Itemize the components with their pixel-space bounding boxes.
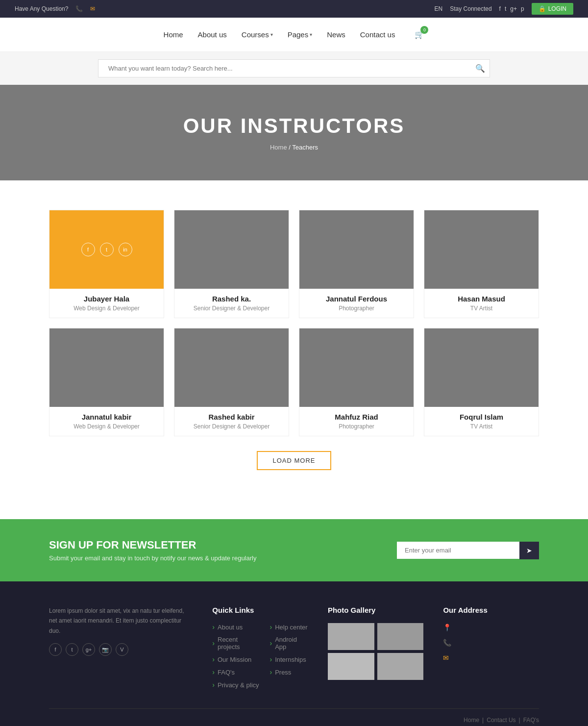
- instructor-info-1: Jubayer Hala Web Design & Developer: [49, 289, 164, 318]
- email-icon: ✉: [90, 5, 95, 12]
- footer-link-about[interactable]: About us: [212, 623, 260, 631]
- instructor-role-3: Photographer: [305, 305, 408, 312]
- search-container: 🔍: [98, 59, 490, 77]
- instructor-card-1[interactable]: f t in Jubayer Hala Web Design & Develop…: [49, 210, 164, 318]
- nav-news[interactable]: News: [327, 28, 345, 41]
- load-more-container: LOAD MORE: [49, 451, 539, 490]
- newsletter-section: SIGN UP FOR NEWSLETTER Submit your email…: [0, 519, 588, 581]
- twitter-icon[interactable]: t: [505, 5, 506, 12]
- footer-link-privacy[interactable]: Privacy & plicy: [212, 681, 260, 689]
- instructor-card-7[interactable]: Mahfuz Riad Photographer: [299, 328, 414, 436]
- phone-icon: 📞: [75, 5, 83, 12]
- nav-pages[interactable]: Pages ▾: [288, 28, 313, 41]
- footer-links-col1: About us Recent projects Our Mission FAQ…: [212, 623, 260, 694]
- footer-about-col: Lorem ipsum dolor sit amet, vix an natu …: [49, 606, 193, 694]
- hero-title: OUR INSTRUCTORS: [15, 114, 573, 138]
- footer-links-col2: Help center Android App Internships Pres…: [270, 623, 308, 694]
- footer-link-internships[interactable]: Internships: [270, 655, 308, 663]
- top-bar-right: EN Stay Connected f t g+ p 🔒 LOGIN: [435, 3, 573, 15]
- instructor-card-3[interactable]: Jannatul Ferdous Photographer: [299, 210, 414, 318]
- instructor-name-2: Rashed ka.: [180, 295, 283, 303]
- instructor-role-6: Senior Designer & Developer: [180, 423, 283, 430]
- instructor-img-1: f t in: [49, 210, 164, 289]
- footer-link-faq[interactable]: FAQ's: [212, 668, 260, 676]
- newsletter-right: ➤: [397, 542, 539, 559]
- instructor-name-6: Rashed kabir: [180, 413, 283, 421]
- nav-home[interactable]: Home: [164, 28, 183, 41]
- gallery-thumb-4[interactable]: [377, 653, 424, 680]
- footer-link-android[interactable]: Android App: [270, 636, 308, 651]
- instructor-role-7: Photographer: [305, 423, 408, 430]
- instructor-img-7: [299, 328, 414, 407]
- footer-gallery-col: Photo Gallery: [328, 606, 424, 694]
- footer-bottom-sep1: |: [482, 717, 484, 724]
- instructor-card-2[interactable]: Rashed ka. Senior Designer & Developer: [174, 210, 289, 318]
- footer-bottom-home[interactable]: Home: [464, 717, 479, 724]
- gallery-thumb-2[interactable]: [377, 623, 424, 650]
- newsletter-email-input[interactable]: [397, 542, 519, 559]
- footer-link-recent-projects[interactable]: Recent projects: [212, 636, 260, 651]
- instructor-card-4[interactable]: Hasan Masud TV Artist: [424, 210, 539, 318]
- login-label: LOGIN: [548, 5, 566, 12]
- facebook-social-icon[interactable]: f: [81, 243, 95, 256]
- footer-bottom-contact[interactable]: Contact Us: [487, 717, 515, 724]
- stay-connected-text: Stay Connected: [450, 5, 491, 12]
- nav-about[interactable]: About us: [198, 28, 227, 41]
- address-email: ✉: [443, 653, 539, 662]
- footer-googleplus-icon[interactable]: g+: [82, 643, 95, 656]
- footer-link-help[interactable]: Help center: [270, 623, 308, 631]
- nav-courses[interactable]: Courses ▾: [242, 28, 273, 41]
- footer-link-press[interactable]: Press: [270, 668, 308, 676]
- instructor-img-3: [299, 210, 414, 289]
- search-input[interactable]: [98, 59, 490, 77]
- instructor-name-7: Mahfuz Riad: [305, 413, 408, 421]
- googleplus-icon[interactable]: g+: [510, 5, 517, 12]
- top-bar-left: Have Any Question? 📞 ✉: [15, 5, 95, 12]
- breadcrumb: Home / Teachers: [15, 144, 573, 151]
- language-selector[interactable]: EN: [435, 5, 443, 12]
- footer-vimeo-icon[interactable]: V: [116, 643, 128, 656]
- login-button[interactable]: 🔒 LOGIN: [532, 3, 573, 15]
- social-overlay-1: f t in: [81, 243, 132, 256]
- newsletter-submit-button[interactable]: ➤: [519, 542, 539, 559]
- phone-address-icon: 📞: [443, 639, 451, 647]
- footer-bottom-faq[interactable]: FAQ's: [523, 717, 539, 724]
- instructor-card-8[interactable]: Foqrul Islam TV Artist: [424, 328, 539, 436]
- instructor-card-5[interactable]: Jannatul kabir Web Design & Developer: [49, 328, 164, 436]
- hero-section: OUR INSTRUCTORS Home / Teachers: [0, 85, 588, 180]
- nav-contact[interactable]: Contact us: [360, 28, 395, 41]
- footer-twitter-icon[interactable]: t: [66, 643, 78, 656]
- cart-icon[interactable]: 🛒 0: [415, 30, 424, 39]
- newsletter-title: SIGN UP FOR NEWSLETTER: [49, 539, 256, 551]
- footer: Lorem ipsum dolor sit amet, vix an natu …: [0, 581, 588, 726]
- search-button[interactable]: 🔍: [475, 64, 485, 73]
- instructor-info-4: Hasan Masud TV Artist: [424, 289, 539, 318]
- instructor-role-1: Web Design & Developer: [55, 305, 158, 312]
- pinterest-icon[interactable]: p: [521, 5, 524, 12]
- instructors-grid-row1: f t in Jubayer Hala Web Design & Develop…: [49, 210, 539, 318]
- load-more-button[interactable]: LOAD MORE: [257, 451, 331, 470]
- instructor-card-6[interactable]: Rashed kabir Senior Designer & Developer: [174, 328, 289, 436]
- top-bar: Have Any Question? 📞 ✉ EN Stay Connected…: [0, 0, 588, 18]
- twitter-social-icon[interactable]: t: [100, 243, 114, 256]
- footer-facebook-icon[interactable]: f: [49, 643, 62, 656]
- footer-bottom-sep2: |: [519, 717, 520, 724]
- instructor-img-8: [424, 328, 539, 407]
- footer-link-mission[interactable]: Our Mission: [212, 655, 260, 663]
- instructors-section: f t in Jubayer Hala Web Design & Develop…: [0, 180, 588, 519]
- instructor-img-5: [49, 328, 164, 407]
- instructor-name-1: Jubayer Hala: [55, 295, 158, 303]
- instructor-name-8: Foqrul Islam: [430, 413, 533, 421]
- instructor-role-5: Web Design & Developer: [55, 423, 158, 430]
- main-nav: Home About us Courses ▾ Pages ▾ News Con…: [0, 18, 588, 52]
- linkedin-social-icon[interactable]: in: [119, 243, 132, 256]
- footer-instagram-icon[interactable]: 📷: [99, 643, 112, 656]
- breadcrumb-home[interactable]: Home: [270, 144, 287, 151]
- breadcrumb-current: Teachers: [292, 144, 318, 151]
- footer-gallery-title: Photo Gallery: [328, 606, 424, 614]
- nav-links: Home About us Courses ▾ Pages ▾ News Con…: [164, 28, 425, 41]
- gallery-thumb-1[interactable]: [328, 623, 374, 650]
- instructor-img-6: [174, 328, 289, 407]
- facebook-icon[interactable]: f: [499, 5, 501, 12]
- gallery-thumb-3[interactable]: [328, 653, 374, 680]
